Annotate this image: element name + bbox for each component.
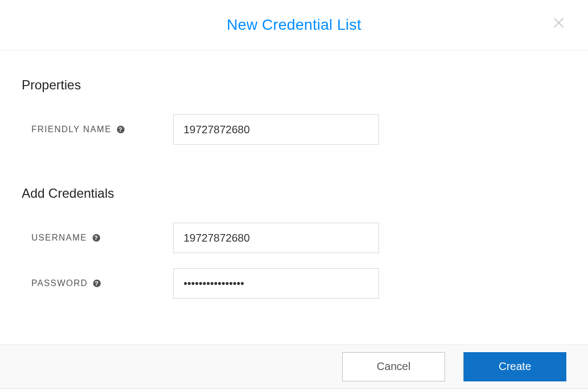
svg-text:?: ? bbox=[119, 126, 123, 133]
credentials-heading: Add Credentials bbox=[22, 186, 566, 201]
svg-text:?: ? bbox=[94, 235, 99, 241]
modal-footer: Cancel Create bbox=[0, 344, 588, 388]
modal-header: New Credential List bbox=[0, 0, 588, 50]
friendly-name-label: FRIENDLY NAME ? bbox=[22, 125, 173, 134]
modal-body: Properties FRIENDLY NAME ? Add Credentia… bbox=[0, 50, 588, 344]
friendly-name-input[interactable] bbox=[173, 114, 379, 145]
modal-title: New Credential List bbox=[227, 16, 361, 34]
password-label: PASSWORD ? bbox=[22, 278, 173, 288]
password-input[interactable] bbox=[173, 268, 379, 299]
password-label-text: PASSWORD bbox=[31, 278, 88, 288]
new-credential-list-modal: New Credential List Properties FRIENDLY … bbox=[0, 0, 588, 389]
question-circle-icon: ? bbox=[93, 279, 101, 288]
username-label: USERNAME ? bbox=[22, 233, 173, 243]
cancel-button[interactable]: Cancel bbox=[342, 352, 445, 381]
close-button[interactable] bbox=[551, 15, 566, 30]
question-circle-icon: ? bbox=[116, 125, 125, 134]
password-help[interactable]: ? bbox=[92, 278, 102, 288]
username-help[interactable]: ? bbox=[92, 233, 101, 243]
question-circle-icon: ? bbox=[92, 234, 101, 242]
friendly-name-label-text: FRIENDLY NAME bbox=[31, 125, 112, 134]
username-input[interactable] bbox=[173, 223, 379, 253]
svg-text:?: ? bbox=[95, 280, 99, 287]
close-icon bbox=[552, 16, 565, 29]
username-label-text: USERNAME bbox=[31, 233, 87, 243]
password-row: PASSWORD ? bbox=[22, 268, 566, 299]
create-button[interactable]: Create bbox=[463, 352, 566, 381]
username-row: USERNAME ? bbox=[22, 223, 566, 253]
friendly-name-help[interactable]: ? bbox=[116, 125, 126, 134]
properties-heading: Properties bbox=[22, 77, 566, 93]
friendly-name-row: FRIENDLY NAME ? bbox=[22, 114, 566, 145]
